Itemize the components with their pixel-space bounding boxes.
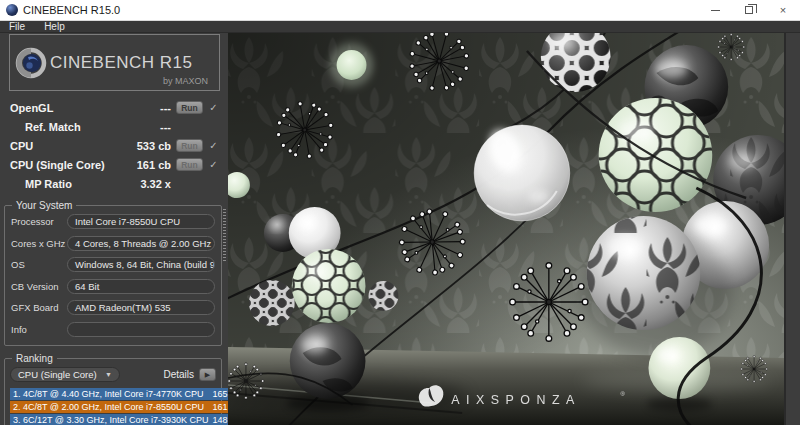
processor-field: Intel Core i7-8550U CPU xyxy=(67,214,215,229)
cpu-single-label: CPU (Single Core) xyxy=(10,159,105,171)
benchmark-row-mp-ratio: MP Ratio 3.32 x xyxy=(10,174,220,193)
benchmark-row-cpu: CPU 533 cb Run ✓ xyxy=(10,136,220,155)
gfx-field: AMD Radeon(TM) 535 xyxy=(67,300,215,315)
ranking-row-text: 1. 4C/8T @ 4.40 GHz, Intel Core i7-4770K… xyxy=(13,389,204,399)
ranking-row-score: 148 xyxy=(209,415,228,425)
ranking-row-text: 2. 4C/8T @ 2.00 GHz, Intel Core i7-8550U… xyxy=(13,402,204,412)
cores-label: Cores x GHz xyxy=(11,238,67,249)
os-label: OS xyxy=(11,259,67,270)
opengl-label: OpenGL xyxy=(10,102,53,114)
system-row-cores: Cores x GHz 4 Cores, 8 Threads @ 2.00 GH… xyxy=(11,236,215,251)
menu-help[interactable]: Help xyxy=(44,21,65,33)
menu-file[interactable]: File xyxy=(9,21,25,33)
info-label: Info xyxy=(11,324,67,335)
ranking-filter-value: CPU (Single Core) xyxy=(18,369,97,380)
glass-sphere xyxy=(474,125,570,221)
system-row-os: OS Windows 8, 64 Bit, China (build 9200) xyxy=(11,257,215,272)
close-icon: × xyxy=(780,4,786,16)
cinema4d-logo-icon xyxy=(15,47,47,79)
your-system-title: Your System xyxy=(12,200,76,211)
opengl-score: --- xyxy=(121,102,171,114)
cinebench-logo: CINEBENCH R15 by MAXON xyxy=(9,34,220,91)
opengl-run-button[interactable]: Run xyxy=(176,101,203,114)
app-icon xyxy=(6,4,18,16)
details-button[interactable]: ▶ xyxy=(199,368,216,381)
system-row-gfx: GFX Board AMD Radeon(TM) 535 xyxy=(11,300,215,315)
ranking-row-score: 161 xyxy=(209,402,228,412)
cb-version-field: 64 Bit xyxy=(67,279,215,294)
details-arrow-icon: ▶ xyxy=(205,371,210,379)
ranking-row-score: 165 xyxy=(209,389,228,399)
ranking-row-text: 3. 6C/12T @ 3.30 GHz, Intel Core i7-3930… xyxy=(13,415,209,425)
cpu-run-button[interactable]: Run xyxy=(176,139,203,152)
cores-field: 4 Cores, 8 Threads @ 2.00 GHz xyxy=(67,236,215,251)
registered-mark: ® xyxy=(621,391,626,397)
glow-sphere xyxy=(330,43,374,87)
logo-subtitle: by MAXON xyxy=(163,76,208,86)
render-scene: AIXSPONZA ® xyxy=(228,33,784,425)
cpu-single-checkmark-icon[interactable]: ✓ xyxy=(207,159,220,170)
ranking-row-1[interactable]: 1. 4C/8T @ 4.40 GHz, Intel Core i7-4770K… xyxy=(10,388,231,400)
benchmark-row-refmatch: Ref. Match --- xyxy=(10,117,220,136)
ranking-controls: CPU (Single Core) ▼ Details ▶ xyxy=(10,367,216,382)
window-title: CINEBENCH R15.0 xyxy=(23,4,120,16)
render-viewport: AIXSPONZA ® xyxy=(228,33,786,425)
ranking-row-3[interactable]: 3. 6C/12T @ 3.30 GHz, Intel Core i7-3930… xyxy=(10,414,231,425)
refmatch-label: Ref. Match xyxy=(10,121,81,133)
control-panel: CINEBENCH R15 by MAXON OpenGL --- Run ✓ … xyxy=(0,33,228,425)
maximize-icon xyxy=(745,6,753,14)
close-button[interactable]: × xyxy=(766,0,800,20)
title-bar: CINEBENCH R15.0 × xyxy=(0,0,800,21)
ranking-filter-select[interactable]: CPU (Single Core) ▼ xyxy=(10,367,120,382)
benchmark-section: OpenGL --- Run ✓ Ref. Match --- CPU 533 … xyxy=(10,98,220,193)
menu-bar: File Help xyxy=(0,21,800,33)
cpu-single-run-button[interactable]: Run xyxy=(176,158,203,171)
minimize-icon xyxy=(711,10,720,11)
maximize-button[interactable] xyxy=(732,0,766,20)
info-field[interactable] xyxy=(67,322,215,337)
logo-title: CINEBENCH R15 xyxy=(50,53,193,73)
panel-splitter[interactable] xyxy=(223,209,226,261)
watermark-text: AIXSPONZA xyxy=(451,393,581,407)
ranking-title: Ranking xyxy=(12,353,57,364)
system-row-processor: Processor Intel Core i7-8550U CPU xyxy=(11,214,215,229)
ranking-list: 1. 4C/8T @ 4.40 GHz, Intel Core i7-4770K… xyxy=(10,388,231,425)
window-controls: × xyxy=(698,0,800,20)
cpu-score: 533 cb xyxy=(121,140,171,152)
your-system-group: Your System Processor Intel Core i7-8550… xyxy=(4,205,222,346)
benchmark-row-opengl: OpenGL --- Run ✓ xyxy=(10,98,220,117)
chevron-down-icon: ▼ xyxy=(105,371,112,378)
minimize-button[interactable] xyxy=(698,0,732,20)
benchmark-row-cpu-single: CPU (Single Core) 161 cb Run ✓ xyxy=(10,155,220,174)
cpu-checkmark-icon[interactable]: ✓ xyxy=(207,140,220,151)
details-label: Details xyxy=(163,369,194,380)
ranking-row-2-your-score[interactable]: 2. 4C/8T @ 2.00 GHz, Intel Core i7-8550U… xyxy=(10,401,231,413)
os-field: Windows 8, 64 Bit, China (build 9200) xyxy=(67,257,215,272)
cb-version-label: CB Version xyxy=(11,281,67,292)
ranking-group: Ranking CPU (Single Core) ▼ Details ▶ 1.… xyxy=(4,358,222,425)
cpu-label: CPU xyxy=(10,140,33,152)
opengl-checkmark-icon[interactable]: ✓ xyxy=(207,102,220,113)
system-row-cb-version: CB Version 64 Bit xyxy=(11,279,215,294)
system-row-info: Info xyxy=(11,322,215,337)
mp-ratio-label: MP Ratio xyxy=(10,178,72,190)
mp-ratio-value: 3.32 x xyxy=(121,178,171,190)
refmatch-value: --- xyxy=(121,121,171,133)
gfx-label: GFX Board xyxy=(11,302,67,313)
cpu-single-score: 161 cb xyxy=(121,159,171,171)
processor-label: Processor xyxy=(11,216,67,227)
